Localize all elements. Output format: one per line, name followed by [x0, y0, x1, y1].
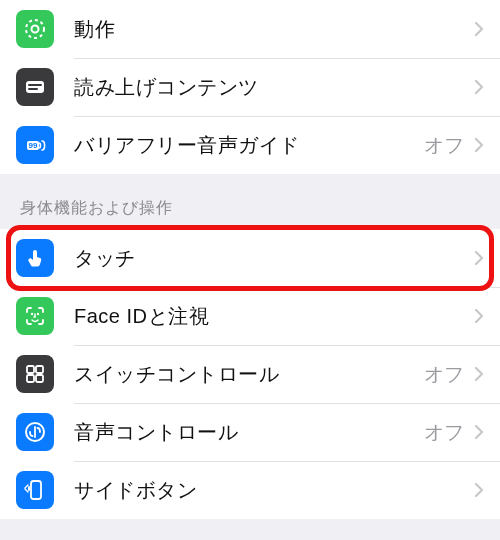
- row-label: 動作: [74, 16, 474, 43]
- row-motion[interactable]: 動作: [0, 0, 500, 58]
- svg-rect-13: [28, 486, 30, 491]
- row-spoken-content[interactable]: 読み上げコンテンツ: [0, 58, 500, 116]
- switch-control-icon: [16, 355, 54, 393]
- row-label: スイッチコントロール: [74, 361, 424, 388]
- audio-descriptions-icon: 99: [16, 126, 54, 164]
- row-label: 音声コントロール: [74, 419, 424, 446]
- chevron-right-icon: [474, 21, 484, 37]
- row-switch-control[interactable]: スイッチコントロール オフ: [0, 345, 500, 403]
- row-label: バリアフリー音声ガイド: [74, 132, 424, 159]
- svg-rect-9: [27, 375, 34, 382]
- chevron-right-icon: [474, 79, 484, 95]
- svg-text:99: 99: [29, 141, 38, 150]
- row-side-button[interactable]: サイドボタン: [0, 461, 500, 519]
- motion-icon: [16, 10, 54, 48]
- row-label: 読み上げコンテンツ: [74, 74, 474, 101]
- section-2-rows: タッチ Face IDと注視 スイッチコントロール オフ 音声コントロール オフ: [0, 229, 500, 519]
- svg-rect-8: [36, 366, 43, 373]
- svg-rect-12: [31, 481, 41, 499]
- row-touch[interactable]: タッチ: [0, 229, 500, 287]
- svg-point-6: [37, 313, 39, 315]
- row-value: オフ: [424, 132, 464, 159]
- faceid-icon: [16, 297, 54, 335]
- row-faceid-attention[interactable]: Face IDと注視: [0, 287, 500, 345]
- section-1-rows: 動作 読み上げコンテンツ 99 バリアフリー音声ガイド オフ: [0, 0, 500, 174]
- spoken-content-icon: [16, 68, 54, 106]
- row-audio-descriptions[interactable]: 99 バリアフリー音声ガイド オフ: [0, 116, 500, 174]
- row-label: タッチ: [74, 245, 474, 272]
- svg-rect-2: [26, 81, 44, 93]
- section-2-header: 身体機能および操作: [0, 174, 500, 229]
- chevron-right-icon: [474, 308, 484, 324]
- svg-point-0: [26, 20, 44, 38]
- voice-control-icon: [16, 413, 54, 451]
- svg-rect-7: [27, 366, 34, 373]
- svg-point-5: [31, 313, 33, 315]
- row-voice-control[interactable]: 音声コントロール オフ: [0, 403, 500, 461]
- row-value: オフ: [424, 361, 464, 388]
- chevron-right-icon: [474, 424, 484, 440]
- chevron-right-icon: [474, 482, 484, 498]
- chevron-right-icon: [474, 366, 484, 382]
- row-label: サイドボタン: [74, 477, 474, 504]
- chevron-right-icon: [474, 250, 484, 266]
- side-button-icon: [16, 471, 54, 509]
- touch-icon: [16, 239, 54, 277]
- row-value: オフ: [424, 419, 464, 446]
- chevron-right-icon: [474, 137, 484, 153]
- svg-point-1: [32, 26, 39, 33]
- svg-rect-10: [36, 375, 43, 382]
- row-label: Face IDと注視: [74, 303, 474, 330]
